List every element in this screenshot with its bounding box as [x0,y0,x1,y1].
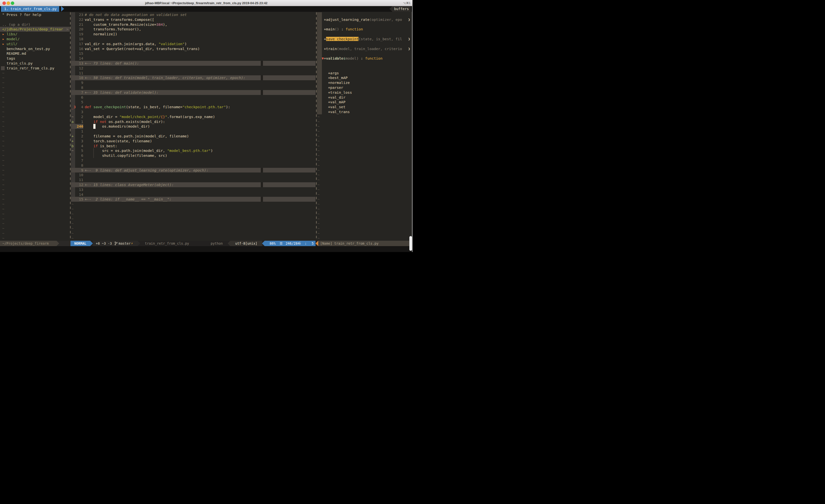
tilde: ~ [2,75,4,80]
nerdtree-item-label[interactable]: util/ [7,41,17,47]
tagbar-item[interactable]: +adjust_learning_rate(optimizer, epo [324,17,402,22]
line-number: 5 [75,148,83,153]
tagbar-item[interactable]: +val_mAP [328,100,346,104]
tagbar-item[interactable]: +val_set [328,104,346,109]
tagbar-item[interactable]: +parser [328,85,343,90]
nerdtree-item-label[interactable]: README.md [7,51,26,56]
folded-region[interactable]: +-- 73 lines: def main(): [85,61,139,66]
tilde: ~ [2,85,4,90]
editor-line[interactable]: normalize]) [85,32,118,36]
folded-region[interactable]: +-- 15 lines: class AverageMeter(object)… [85,182,174,187]
tagbar-item[interactable]: +validate(model) : function [324,56,383,61]
tagbar-item[interactable]: +train(model, train_loader, criterio [324,47,402,51]
tagbar-item[interactable]: +args [328,71,339,76]
gutter-sign: b [71,144,74,149]
cursor-block [93,124,95,129]
line-number: 10 [75,75,83,80]
tilde: ~ [71,226,74,231]
tag-segment: : [339,27,346,31]
editor-line[interactable]: # do not do data augmentation on validat… [85,12,187,17]
code-segment [85,119,93,124]
tilde: ~ [2,153,4,158]
line-number: 7 [75,158,83,163]
line-number: 3 [75,109,83,114]
tagbar-item[interactable]: +val_dir [328,95,346,100]
tilde: ~ [317,177,320,182]
tilde: ~ [2,226,4,231]
editor-line[interactable]: if not os.path.exists(model_dir): [85,119,165,124]
tilde: ~ [2,231,4,236]
nerdtree-item-label[interactable]: model/ [7,36,20,41]
line-number: 17 [75,41,83,47]
tagbar-item[interactable]: +val_trans [328,109,350,114]
editor-line[interactable]: def save_checkpoint(state, is_best, file… [85,104,230,109]
tabline: 1. train_retr_from_cls.py buffers [0,6,412,12]
editor-line[interactable]: val_trans = transforms.Compose([ [85,17,154,22]
tagbar-item[interactable]: +train_loss [328,90,352,95]
tilde: ~ [2,109,4,114]
tagbar-item[interactable]: +normalize [328,80,350,85]
editor-line[interactable]: torch.save(state, filename) [85,139,152,144]
tilde: ~ [71,236,74,241]
colorcolumn-notch [261,90,263,95]
tilde: ~ [317,148,320,153]
line-number: 7 [75,90,83,95]
nerdtree-item-label[interactable]: tags [7,56,15,61]
nerdtree-item-label[interactable]: libs/ [7,32,17,36]
tag-segment: () [335,27,339,31]
tilde: ~ [317,168,320,173]
code-segment: filename = os.path.join(model_dir, filen… [85,134,189,138]
nerdtree-item-label[interactable]: " Press ? for help [2,12,41,17]
tilde: ~ [71,206,74,212]
colorcolumn-notch [261,197,263,202]
editor-line[interactable]: val_dir = os.path.join(args.data, "valid… [85,41,187,47]
tab-train-retr-from-cls[interactable]: 1. train_retr_from_cls.py [1,6,59,12]
nerdtree-item-label[interactable]: train_cls.py [7,61,33,66]
editor-line[interactable]: custom_transform.Resize(size=384), [85,22,167,27]
folded-region[interactable]: +-- 9 lines: def adjust_learning_rate(op… [85,168,209,173]
editor-line[interactable]: shutil.copyfile(filename, src) [85,153,167,158]
code-segment: " [165,114,167,119]
tilde: ~ [317,158,320,163]
tilde: ~ [2,144,4,149]
folder-arrow-icon[interactable]: ▸ [2,36,4,41]
tilde: ~ [317,134,320,139]
tilde: ~ [317,192,320,197]
editor-line[interactable]: model_dir = "model/check_point/{}".forma… [85,114,215,119]
nerdtree-item-label[interactable]: benchmark_on_test.py [7,47,50,51]
tag-segment: (model, train_loader, criterio [337,47,402,51]
nerdtree-item-label[interactable]: .. (up a dir) [2,22,30,27]
tilde: ~ [2,71,4,76]
folded-region[interactable]: +-- 35 lines: def validate(model): [85,90,159,95]
folded-region[interactable]: +-- 2 lines: if __name__ == "__main__": [85,197,172,202]
window-separator-nerdtree[interactable] [70,12,71,241]
tagbar-item[interactable]: +best_mAP [328,75,348,80]
buffers-label[interactable]: buffers [392,6,411,12]
colorcolumn-notch [261,61,263,66]
tilde: ~ [71,217,74,221]
buffers-wedge-icon [389,6,392,11]
tagbar-item[interactable]: +save_checkpoint(state, is_best, fil [324,36,402,41]
nerdtree-item-label[interactable]: </jdhao/Projects/deep_firear [2,27,63,32]
editor-line[interactable]: if is_best: [85,144,118,149]
tagbar-gutter [317,12,322,114]
window-separator-tagbar[interactable] [316,12,317,241]
editor-line[interactable]: src = os.path.join(model_dir, "model_bes… [85,148,213,153]
tag-segment: (state, is_best, fil [359,37,402,41]
editor-line[interactable]: transforms.ToTensor(), [85,27,141,32]
folder-arrow-icon[interactable]: ▸ [2,32,4,36]
tagbar-item[interactable]: +main() : function [324,27,363,32]
scrollbar-thumb[interactable] [409,236,412,251]
line-number: 8 [75,85,83,90]
tilde: ~ [2,158,4,163]
folder-arrow-icon[interactable]: ▸ [2,41,4,47]
tilde: ~ [2,187,4,192]
folded-region[interactable]: +-- 50 lines: def train(model, train_loa… [85,75,245,80]
line-number: 4 [75,104,83,109]
line-number: 13 [75,187,83,192]
editor-line[interactable]: filename = os.path.join(model_dir, filen… [85,134,189,139]
editor-line[interactable]: val_set = QuerySet(root=val_dir, transfo… [85,47,200,51]
statusline-position: 86% ☰ 246/284LN : 5 [265,241,315,246]
nerdtree-item-label[interactable]: train_retr_from_cls.py [7,66,55,71]
tilde: ~ [317,172,320,177]
